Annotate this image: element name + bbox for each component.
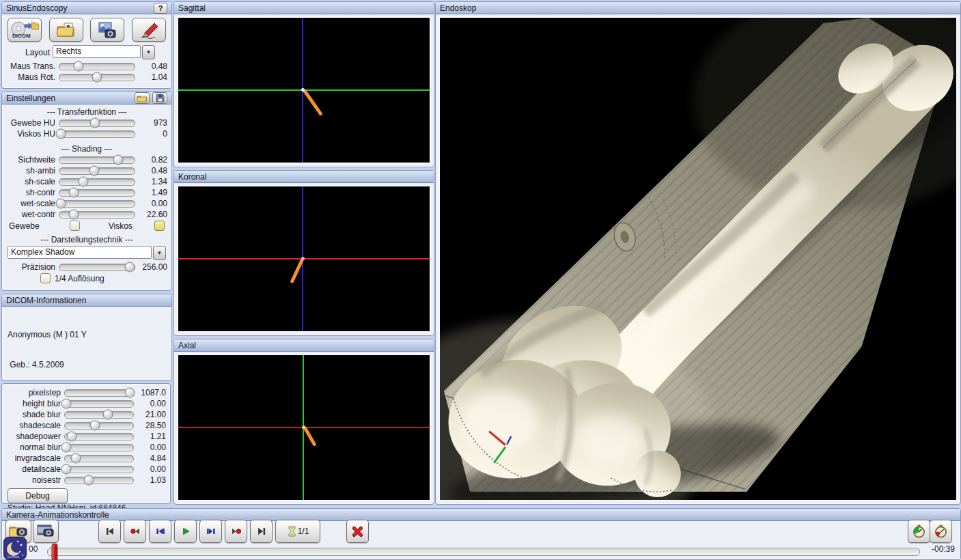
slider-handle[interactable] xyxy=(61,464,72,475)
chevron-down-icon: ▼ xyxy=(157,250,163,256)
slider-handle[interactable] xyxy=(103,410,113,420)
slider-handle[interactable] xyxy=(92,72,102,83)
slider-handle[interactable] xyxy=(67,432,77,442)
slider-handle[interactable] xyxy=(61,399,72,409)
slider-value: 0.00 xyxy=(137,399,166,408)
layout-selected-value[interactable]: Rechts xyxy=(53,45,141,58)
normal-blur-slider[interactable] xyxy=(64,444,134,451)
animation-timeline[interactable] xyxy=(47,548,920,556)
save-settings-button[interactable] xyxy=(152,92,167,104)
slider-value: 28.50 xyxy=(137,421,166,430)
debug-button-label: Debug xyxy=(25,491,49,501)
frame-counter-label: 1/1 xyxy=(298,527,309,536)
record-speed-button[interactable] xyxy=(930,520,952,543)
slider-handle[interactable] xyxy=(68,188,79,198)
red-stopwatch-icon xyxy=(934,524,947,538)
viskos-hu-slider[interactable] xyxy=(59,130,135,138)
sh-scale-slider[interactable] xyxy=(59,178,135,186)
sichtweite-slider[interactable] xyxy=(59,156,135,164)
invgradscale-slider[interactable] xyxy=(64,455,134,462)
axial-viewport[interactable] xyxy=(177,354,431,501)
slider-handle[interactable] xyxy=(90,421,100,431)
slider-handle[interactable] xyxy=(125,388,135,398)
debug-button[interactable]: Debug xyxy=(8,488,68,503)
timeline-handle[interactable] xyxy=(52,544,58,560)
delete-x-icon xyxy=(352,526,363,537)
record-back-icon xyxy=(130,526,141,537)
step-back-button[interactable] xyxy=(149,520,171,543)
step-back-icon xyxy=(155,526,166,537)
slider-handle[interactable] xyxy=(61,443,72,453)
play-button[interactable] xyxy=(174,520,197,543)
technik-dropdown-button[interactable]: ▼ xyxy=(153,246,166,260)
maus-rot-slider[interactable] xyxy=(59,74,135,81)
slider-handle[interactable] xyxy=(71,453,81,464)
gewebe-checkbox[interactable] xyxy=(70,221,80,231)
slider-value: 1.21 xyxy=(137,432,166,441)
camera-direction-marker[interactable] xyxy=(303,88,323,116)
slider-handle[interactable] xyxy=(73,61,83,72)
dicom-info-panel: DICOM-Informationen Anonymous (M ) 01 Y … xyxy=(1,294,172,381)
shade-blur-slider[interactable] xyxy=(64,411,134,419)
load-dicom-button[interactable]: DICOM xyxy=(8,18,42,42)
viskos-label: Viskos xyxy=(109,221,133,231)
shadepower-slider[interactable] xyxy=(64,433,134,440)
praezision-slider[interactable] xyxy=(59,264,135,271)
koronal-title: Koronal xyxy=(178,172,430,182)
detailscale-slider[interactable] xyxy=(64,466,134,473)
technik-combobox[interactable]: Komplex Shadow ▼ xyxy=(8,246,166,260)
slider-handle[interactable] xyxy=(89,118,100,128)
sh-contr-slider[interactable] xyxy=(59,189,135,197)
go-to-end-button[interactable] xyxy=(250,520,273,543)
shadescale-slider[interactable] xyxy=(64,422,134,430)
film-camera-icon xyxy=(36,523,55,540)
load-settings-button[interactable] xyxy=(135,92,150,104)
quarter-resolution-checkbox[interactable] xyxy=(40,273,51,283)
folder-film-icon xyxy=(56,22,76,38)
sh-ambi-slider[interactable] xyxy=(59,167,135,175)
open-file-button[interactable] xyxy=(49,18,83,42)
save-image-button[interactable] xyxy=(90,18,124,42)
slider-handle[interactable] xyxy=(113,155,123,165)
slider-handle[interactable] xyxy=(84,475,94,486)
koronal-viewport[interactable] xyxy=(177,185,431,333)
pixelstep-slider[interactable] xyxy=(64,389,134,397)
go-to-start-button[interactable] xyxy=(98,520,121,543)
record-video-button[interactable] xyxy=(33,520,59,543)
detail-sliders-panel: pixelstep1087.0 height blur0.00 shade bl… xyxy=(1,383,171,504)
maus-trans-slider[interactable] xyxy=(59,63,135,70)
slider-handle[interactable] xyxy=(68,210,79,220)
camera-position-dot xyxy=(302,425,305,429)
settings-title: Einstellungen xyxy=(6,94,132,103)
layout-combobox[interactable]: Rechts ▼ xyxy=(53,45,155,59)
annotate-button[interactable] xyxy=(132,18,166,42)
gewebe-hu-slider[interactable] xyxy=(59,120,135,127)
camera-direction-marker[interactable] xyxy=(303,425,316,446)
slider-handle[interactable] xyxy=(56,129,66,139)
slider-handle[interactable] xyxy=(79,177,89,187)
slider-value: 0 xyxy=(139,129,167,139)
sagittal-viewport[interactable] xyxy=(177,16,431,164)
endoscope-3d-render[interactable] xyxy=(438,16,958,501)
play-speed-button[interactable] xyxy=(908,520,930,543)
frame-counter-button[interactable]: 1/1 xyxy=(275,520,320,543)
noisestr-slider[interactable] xyxy=(64,477,134,484)
slider-handle[interactable] xyxy=(89,166,99,176)
wet-contr-slider[interactable] xyxy=(59,211,135,219)
record-backward-button[interactable] xyxy=(124,520,146,543)
birthdate-line: Geb.: 4.5.2009 xyxy=(8,360,166,370)
delete-animation-button[interactable] xyxy=(346,520,369,543)
slider-label: detailscale xyxy=(6,464,61,474)
viskos-checkbox[interactable] xyxy=(154,221,165,231)
record-forward-button[interactable] xyxy=(225,520,247,543)
height-blur-slider[interactable] xyxy=(64,400,134,408)
layout-dropdown-button[interactable]: ▼ xyxy=(142,45,155,59)
wet-scale-slider[interactable] xyxy=(59,200,135,208)
step-forward-button[interactable] xyxy=(199,520,222,543)
slider-value: 0.82 xyxy=(139,155,167,165)
slider-label: Gewebe HU xyxy=(6,118,55,128)
slider-handle[interactable] xyxy=(125,262,135,272)
slider-handle[interactable] xyxy=(56,199,66,209)
help-button[interactable]: ? xyxy=(154,3,167,14)
technik-selected-value[interactable]: Komplex Shadow xyxy=(8,246,152,259)
